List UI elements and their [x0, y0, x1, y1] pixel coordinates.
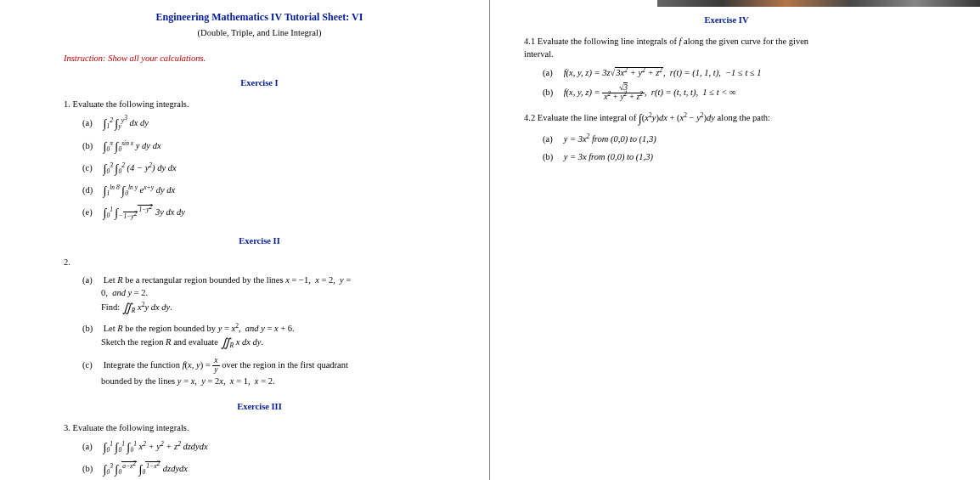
ex2-c: (c) Integrate the function f(x, y) = xy …: [82, 357, 455, 387]
ex2-b: (b) Let R be the region bounded by y = x…: [82, 322, 455, 353]
page-right: Exercise IV 4.1 Evaluate the following l…: [490, 0, 980, 480]
ex4-1-intro: 4.1 Evaluate the following line integral…: [524, 35, 929, 60]
doc-subtitle: (Double, Triple, and Line Integral): [64, 26, 455, 39]
instruction-line: Instruction: Show all your calculations.: [64, 52, 455, 65]
ex2-number: 2.: [64, 256, 455, 268]
ex2-a: (a) Let R be a rectangular region bounde…: [82, 274, 455, 317]
ex1-c: (c) ∫03 ∫02 (4 − y2) dy dx: [82, 161, 455, 178]
ex2-c-line1: Integrate the function f(x, y) = xy over…: [104, 360, 348, 370]
ex1-b: (b) ∫0π ∫0sin x y dy dx: [82, 138, 455, 155]
ex2-a-line3: Find: ∬R x2y dx dy.: [101, 302, 172, 312]
ex4-1-b: (b) f(x, y, z) = √3 x2 + y2 + z2 , r(t) …: [543, 84, 929, 102]
exercise-4-heading: Exercise IV: [524, 14, 929, 26]
ex2-a-line2: 0, and y = 2.: [101, 288, 148, 297]
ex4-2-sublist: (a) y = 3x2 from (0,0) to (1,3) (b) y = …: [543, 133, 929, 163]
ex2-b-line1: Let R be the region bounded by y = x2, a…: [104, 324, 295, 333]
ex1-e: (e) ∫01 ∫−1−y21−y2 3y dx dy: [82, 205, 455, 222]
exercise-2-heading: Exercise II: [64, 234, 455, 247]
decorative-strip: [657, 0, 980, 7]
exercise-3-heading: Exercise III: [64, 400, 455, 413]
ex4-2-a: (a) y = 3x2 from (0,0) to (1,3): [543, 133, 929, 145]
page-left: Engineering Mathematics IV Tutorial Shee…: [0, 0, 490, 480]
ex4-2-intro: 4.2 Evaluate the line integral of ∫(x2y)…: [524, 110, 929, 127]
ex3-b: (b) ∫03 ∫0a−x2 ∫01−x2 dzdydx: [82, 461, 455, 478]
ex1-sublist: (a) ∫12 ∫yy3 dx dy (b) ∫0π ∫0sin x y dy …: [82, 116, 455, 222]
ex2-a-line1: Let R be a rectangular region bounded by…: [104, 275, 352, 285]
ex3-prompt: 3. Evaluate the following integrals.: [64, 421, 455, 434]
ex2-sublist: (a) Let R be a rectangular region bounde…: [82, 274, 455, 387]
ex2-c-line2: bounded by the lines y = x, y = 2x, x = …: [101, 376, 275, 386]
ex1-d: (d) ∫1ln 8 ∫0ln y ex+y dy dx: [82, 183, 455, 200]
ex1-a: (a) ∫12 ∫yy3 dx dy: [82, 116, 455, 133]
doc-title: Engineering Mathematics IV Tutorial Shee…: [64, 10, 455, 25]
ex4-2-b: (b) y = 3x from (0,0) to (1,3): [543, 150, 929, 163]
ex4-1-a: (a) f(x, y, z) = 3z√3x2 + y2 + z2, r(t) …: [543, 66, 929, 79]
ex4-1-sublist: (a) f(x, y, z) = 3z√3x2 + y2 + z2, r(t) …: [543, 66, 929, 102]
ex3-a: (a) ∫01 ∫01 ∫01 x2 + y2 + z2 dzdydx: [82, 439, 455, 456]
ex2-b-line2: Sketch the region R and evaluate ∬R x dx…: [101, 337, 263, 347]
exercise-1-heading: Exercise I: [64, 76, 455, 89]
ex1-prompt: 1. Evaluate the following integrals.: [64, 98, 455, 110]
ex3-sublist: (a) ∫01 ∫01 ∫01 x2 + y2 + z2 dzdydx (b) …: [82, 439, 455, 480]
